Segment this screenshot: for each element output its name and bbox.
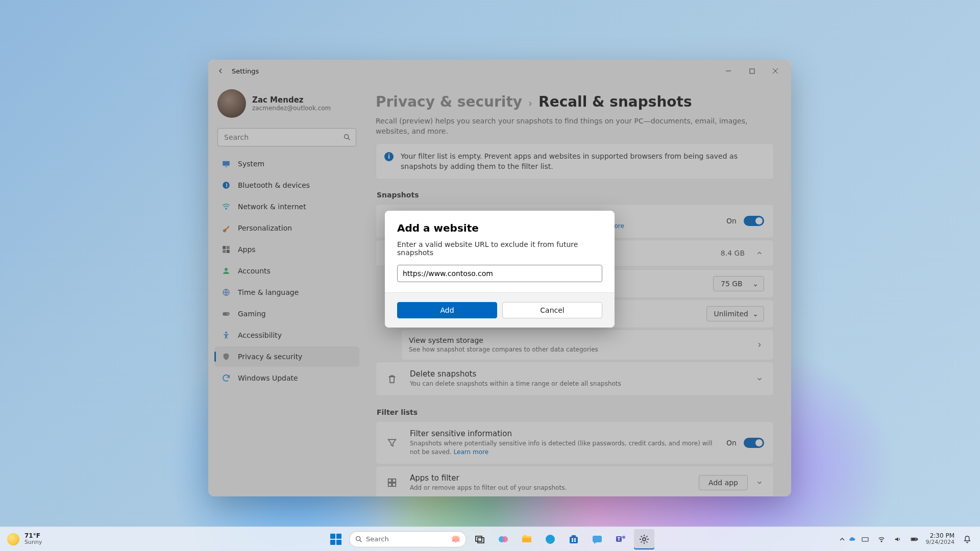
svg-rect-23 xyxy=(478,538,484,543)
svg-rect-32 xyxy=(572,540,573,542)
system-tray[interactable] xyxy=(859,533,921,546)
sun-icon xyxy=(7,533,19,545)
svg-rect-30 xyxy=(572,538,573,540)
svg-point-21 xyxy=(356,536,360,540)
edge-button[interactable] xyxy=(540,529,560,549)
volume-icon xyxy=(891,533,904,546)
dialog-description: Enter a valid website URL to exclude it … xyxy=(397,240,602,257)
settings-taskbar-button[interactable] xyxy=(634,529,654,549)
copilot-chat-button[interactable] xyxy=(587,529,607,549)
svg-rect-41 xyxy=(917,538,917,540)
store-button[interactable] xyxy=(564,529,584,549)
svg-point-37 xyxy=(643,538,646,541)
add-button[interactable]: Add xyxy=(397,302,497,318)
add-website-dialog: Add a website Enter a valid website URL … xyxy=(385,211,615,328)
wifi-tray-icon xyxy=(875,533,888,546)
svg-rect-26 xyxy=(522,538,531,542)
taskbar-right: 2:30 PM 9/24/2024 xyxy=(838,532,980,547)
start-button[interactable] xyxy=(326,529,346,549)
taskbar: 71°F Sunny Search 🪷 T xyxy=(0,527,980,551)
copilot-button[interactable] xyxy=(493,529,513,549)
weather-cond: Sunny xyxy=(24,539,42,545)
svg-rect-29 xyxy=(572,535,576,537)
website-url-input[interactable] xyxy=(397,265,602,282)
svg-rect-38 xyxy=(862,537,868,541)
svg-rect-31 xyxy=(574,538,576,540)
svg-point-25 xyxy=(502,536,508,542)
notifications-button[interactable] xyxy=(960,532,975,547)
svg-rect-22 xyxy=(476,536,482,541)
windows-icon xyxy=(330,534,341,545)
svg-point-27 xyxy=(546,535,555,544)
explorer-button[interactable] xyxy=(517,529,537,549)
settings-window: Settings Zac Mendez zacmendez@outlook.co… xyxy=(208,60,791,496)
svg-text:T: T xyxy=(618,537,621,541)
taskbar-search[interactable]: Search 🪷 xyxy=(349,531,467,547)
modal-overlay[interactable]: Add a website Enter a valid website URL … xyxy=(208,60,791,496)
teams-button[interactable]: T xyxy=(610,529,631,549)
taskbar-center: Search 🪷 T xyxy=(326,529,654,549)
battery-icon xyxy=(908,533,921,546)
svg-point-36 xyxy=(622,536,625,539)
keyboard-lang-icon xyxy=(859,533,872,546)
onedrive-icon[interactable] xyxy=(848,535,856,543)
cancel-button[interactable]: Cancel xyxy=(502,302,602,318)
search-highlight-icon: 🪷 xyxy=(451,534,461,544)
tray-chevron[interactable] xyxy=(838,535,846,543)
weather-widget[interactable]: 71°F Sunny xyxy=(0,533,42,545)
svg-rect-33 xyxy=(574,540,576,542)
task-view-button[interactable] xyxy=(470,529,490,549)
dialog-title: Add a website xyxy=(397,222,602,234)
clock[interactable]: 2:30 PM 9/24/2024 xyxy=(923,533,958,545)
svg-point-39 xyxy=(881,541,882,542)
svg-rect-28 xyxy=(570,537,578,543)
search-placeholder: Search xyxy=(366,535,389,543)
search-icon xyxy=(355,535,363,543)
clock-date: 9/24/2024 xyxy=(926,539,954,545)
svg-rect-42 xyxy=(912,538,915,540)
